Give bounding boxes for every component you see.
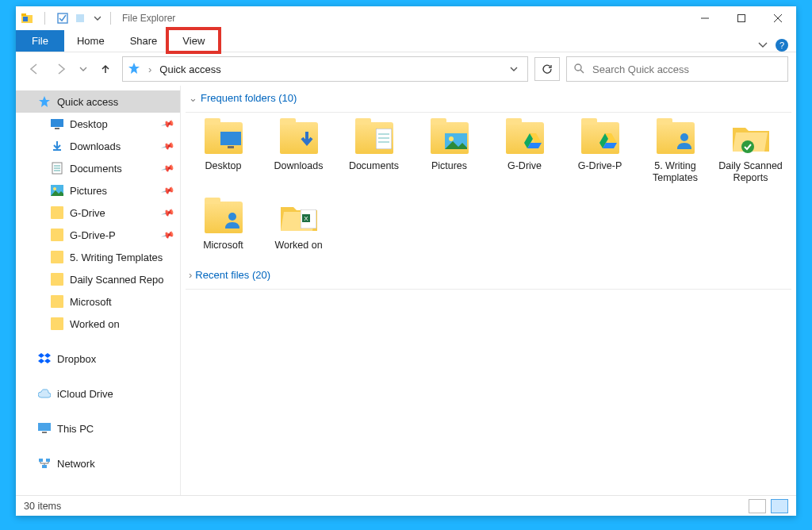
section-recent-label: Recent files (20) <box>195 269 270 281</box>
gdrive-overlay-icon <box>523 132 542 152</box>
network-icon <box>38 457 51 470</box>
folder-icon <box>203 121 244 156</box>
details-view-button[interactable] <box>749 499 766 513</box>
folder-item[interactable]: XWorked on <box>261 195 336 263</box>
downloads-overlay-icon <box>297 130 316 152</box>
sidebar-item-pictures[interactable]: Pictures 📌 <box>16 179 180 202</box>
sidebar-item-gdrive-p[interactable]: G-Drive-P 📌 <box>16 224 180 246</box>
titlebar: File Explorer <box>16 6 796 30</box>
search-input[interactable] <box>591 63 781 76</box>
up-button[interactable] <box>95 59 116 79</box>
sidebar-item-quick-access[interactable]: Quick access <box>16 90 180 113</box>
sidebar-item-writing-templates[interactable]: 5. Writing Templates <box>16 246 180 268</box>
sidebar-item-label: Downloads <box>70 140 121 152</box>
svg-rect-28 <box>228 146 234 148</box>
folder-item[interactable]: Daily Scanned Reports <box>713 116 788 195</box>
tab-file[interactable]: File <box>16 30 64 52</box>
section-frequent-header[interactable]: ⌄ Frequent folders (10) <box>186 86 791 113</box>
documents-icon <box>51 162 63 175</box>
folder-icon <box>655 121 696 156</box>
sidebar-item-network[interactable]: Network <box>16 452 180 474</box>
folder-item[interactable]: Microsoft <box>186 195 261 263</box>
gdrive-overlay-icon <box>599 132 618 152</box>
sidebar-item-label: This PC <box>57 423 94 435</box>
folder-icon <box>51 295 63 308</box>
sidebar-item-label: Daily Scanned Repo <box>70 274 164 286</box>
window-controls <box>687 6 796 30</box>
pictures-icon <box>51 184 63 197</box>
svg-text:X: X <box>304 215 308 222</box>
ribbon-expand-icon[interactable] <box>758 40 768 52</box>
folder-item[interactable]: Documents <box>336 116 412 195</box>
explorer-icon <box>21 12 33 25</box>
qat-properties-icon[interactable] <box>56 12 69 25</box>
folder-label: Documents <box>349 160 399 172</box>
sidebar-item-this-pc[interactable]: This PC <box>16 417 180 440</box>
help-icon[interactable]: ? <box>776 39 788 52</box>
folder-item[interactable]: Downloads <box>261 116 336 195</box>
svg-rect-2 <box>23 17 28 21</box>
address-dropdown-icon[interactable] <box>505 63 523 75</box>
folder-item[interactable]: Desktop <box>186 116 261 195</box>
maximize-button[interactable] <box>723 6 760 30</box>
sidebar-item-microsoft[interactable]: Microsoft <box>16 290 180 313</box>
navigation-bar: › Quick access <box>16 52 796 86</box>
chevron-down-icon: ⌄ <box>189 92 197 104</box>
svg-point-21 <box>53 187 56 190</box>
close-button[interactable] <box>760 6 796 30</box>
sidebar-item-gdrive[interactable]: G-Drive 📌 <box>16 202 180 224</box>
large-icons-view-button[interactable] <box>771 499 788 513</box>
desktop-icon <box>51 117 63 130</box>
folder-label: Microsoft <box>203 240 243 252</box>
sidebar-item-desktop[interactable]: Desktop 📌 <box>16 113 180 135</box>
sidebar-item-label: 5. Writing Templates <box>70 252 163 263</box>
person-overlay-icon <box>224 211 241 232</box>
search-box[interactable] <box>566 56 788 82</box>
status-item-count: 30 items <box>24 501 61 512</box>
folder-label: Worked on <box>274 240 322 252</box>
svg-line-11 <box>580 70 584 73</box>
folder-icon <box>429 121 470 156</box>
folder-icon: X <box>278 200 320 235</box>
folder-icon <box>354 121 395 156</box>
breadcrumb-location[interactable]: Quick access <box>159 63 220 75</box>
refresh-button[interactable] <box>534 57 560 81</box>
svg-marker-9 <box>128 63 140 74</box>
navigation-pane: Quick access Desktop 📌 Downloads 📌 Docum… <box>16 86 181 495</box>
folder-icon <box>51 273 63 286</box>
qat-new-folder-icon[interactable] <box>74 12 86 25</box>
folder-icon <box>580 121 621 156</box>
folder-item[interactable]: G-Drive-P <box>562 116 638 195</box>
tab-view[interactable]: View <box>170 30 217 52</box>
sidebar-item-label: Network <box>57 458 95 470</box>
recent-locations-button[interactable] <box>78 59 89 79</box>
tab-home[interactable]: Home <box>64 30 117 52</box>
qat-dropdown-icon[interactable] <box>91 12 104 25</box>
folder-icon <box>51 317 63 330</box>
sidebar-item-label: iCloud Drive <box>57 388 113 400</box>
svg-point-10 <box>575 64 581 71</box>
sidebar-item-downloads[interactable]: Downloads 📌 <box>16 135 180 157</box>
folder-item[interactable]: 5. Writing Templates <box>638 116 713 195</box>
svg-rect-26 <box>42 465 47 468</box>
folder-label: 5. Writing Templates <box>640 160 711 184</box>
address-bar[interactable]: › Quick access <box>122 56 528 82</box>
pin-icon: 📌 <box>161 228 176 242</box>
section-recent-header[interactable]: › Recent files (20) <box>186 263 791 290</box>
pin-icon: 📌 <box>161 161 176 175</box>
sidebar-item-dropbox[interactable]: Dropbox <box>16 348 180 370</box>
minimize-button[interactable] <box>687 6 723 30</box>
folder-item[interactable]: G-Drive <box>487 116 562 195</box>
sidebar-item-daily-scanned[interactable]: Daily Scanned Repo <box>16 268 180 290</box>
content-pane: ⌄ Frequent folders (10) DesktopDownloads… <box>181 86 796 495</box>
star-icon <box>38 95 51 108</box>
sidebar-item-worked-on[interactable]: Worked on <box>16 313 180 335</box>
sync-overlay-icon <box>727 140 768 157</box>
sidebar-item-icloud[interactable]: iCloud Drive <box>16 382 180 405</box>
back-button[interactable] <box>24 59 44 79</box>
icloud-icon <box>38 387 51 400</box>
folder-item[interactable]: Pictures <box>412 116 487 195</box>
sidebar-item-documents[interactable]: Documents 📌 <box>16 157 180 179</box>
tab-share[interactable]: Share <box>117 30 170 52</box>
forward-button[interactable] <box>51 59 71 79</box>
